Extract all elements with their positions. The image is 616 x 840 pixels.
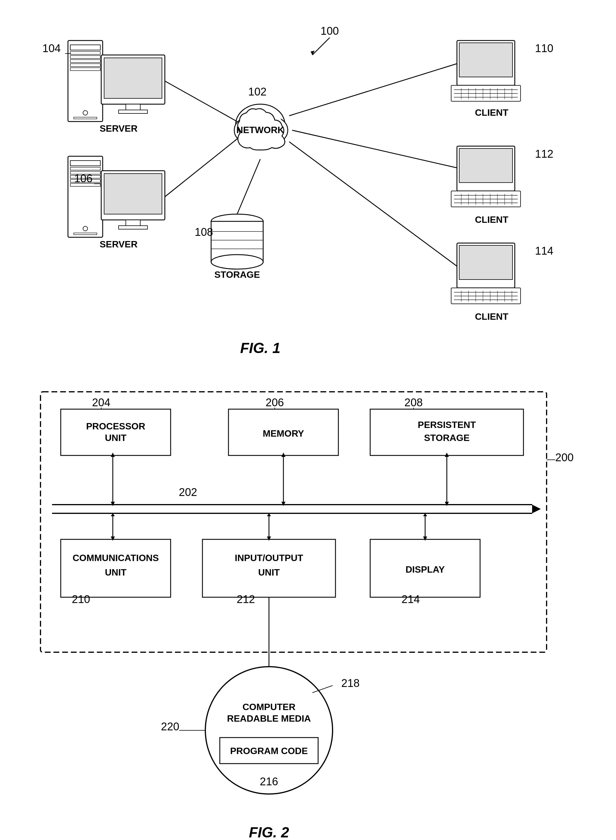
- ref-202: 202: [179, 486, 197, 498]
- io-label2: UNIT: [258, 567, 280, 577]
- persistent-storage-box: [370, 409, 524, 455]
- svg-rect-35: [126, 220, 140, 226]
- svg-line-97: [289, 142, 457, 266]
- ref-210: 210: [72, 593, 90, 605]
- display-label: DISPLAY: [405, 564, 445, 575]
- client1-monitor: [457, 41, 515, 93]
- ref-214: 214: [402, 593, 419, 605]
- ref-220: 220: [161, 721, 179, 733]
- ref-208: 208: [404, 397, 422, 408]
- network-cloud: NETWORK: [234, 104, 288, 150]
- computer-readable-label1: COMPUTER: [242, 702, 295, 712]
- ref-110: 110: [535, 42, 553, 54]
- ref-204: 204: [92, 397, 110, 408]
- client1-base: [451, 85, 521, 101]
- svg-line-92: [165, 81, 237, 122]
- ref-206: 206: [265, 397, 284, 408]
- server2-label: SERVER: [100, 239, 137, 250]
- svg-rect-34: [104, 173, 162, 214]
- network-label: NETWORK: [236, 125, 284, 135]
- ref-114: 114: [535, 245, 553, 257]
- svg-rect-61: [459, 148, 512, 182]
- processor-label2: UNIT: [105, 433, 127, 443]
- svg-rect-24: [68, 156, 103, 237]
- computer-readable-circle: [205, 667, 333, 794]
- svg-rect-22: [119, 110, 148, 113]
- svg-line-0: [312, 38, 330, 55]
- storage-label: STORAGE: [214, 269, 260, 280]
- client3-label: CLIENT: [475, 311, 508, 322]
- server2-tower: [68, 156, 103, 237]
- svg-rect-77: [459, 245, 512, 279]
- persistent-label1: PERSISTENT: [418, 420, 476, 430]
- io-label1: INPUT/OUTPUT: [235, 553, 304, 563]
- ref-108: 108: [195, 226, 213, 238]
- fig2-diagram: 200 PROCESSOR UNIT 204 MEMORY 206 PERSIS…: [23, 374, 616, 840]
- processor-box: [61, 409, 171, 455]
- server1-monitor: [101, 55, 165, 113]
- svg-line-94: [237, 159, 260, 214]
- client1-label: CLIENT: [475, 107, 508, 118]
- ref-106: 106: [74, 172, 92, 185]
- memory-label: MEMORY: [263, 428, 304, 439]
- svg-rect-36: [119, 226, 148, 229]
- computer-readable-label2: READABLE MEDIA: [227, 713, 311, 724]
- ref-112: 112: [535, 148, 553, 160]
- persistent-label2: STORAGE: [424, 433, 470, 443]
- program-code-label: PROGRAM CODE: [230, 746, 308, 756]
- storage-cylinder: [211, 214, 263, 269]
- server2-monitor: [101, 171, 165, 229]
- svg-rect-10: [68, 41, 103, 122]
- ref-102: 102: [248, 86, 266, 98]
- svg-point-40: [211, 255, 263, 269]
- server1-label: SERVER: [100, 123, 137, 134]
- page: 100 NETWORK 102: [0, 0, 616, 840]
- ref-218: 218: [341, 677, 359, 689]
- client2-base: [451, 191, 521, 207]
- fig1-title: FIG. 1: [241, 340, 280, 356]
- ref-104: 104: [43, 42, 61, 54]
- fig1-diagram: 100 NETWORK 102: [23, 18, 616, 373]
- processor-label1: PROCESSOR: [86, 421, 145, 432]
- client3-monitor: [457, 243, 515, 295]
- svg-line-93: [165, 139, 237, 197]
- ref-100: 100: [320, 25, 339, 37]
- client2-monitor: [457, 146, 515, 198]
- svg-line-95: [289, 64, 457, 116]
- ref-216: 216: [260, 775, 278, 788]
- ref-200: 200: [555, 451, 573, 464]
- ref-212: 212: [236, 593, 255, 605]
- communications-label1: COMMUNICATIONS: [73, 553, 159, 563]
- communications-label2: UNIT: [105, 567, 127, 577]
- svg-rect-45: [459, 43, 512, 77]
- svg-rect-21: [126, 104, 140, 110]
- svg-rect-20: [104, 58, 162, 98]
- client3-base: [451, 288, 521, 304]
- client2-label: CLIENT: [475, 214, 508, 225]
- server1-tower: [68, 41, 103, 122]
- fig2-title: FIG. 2: [249, 824, 289, 840]
